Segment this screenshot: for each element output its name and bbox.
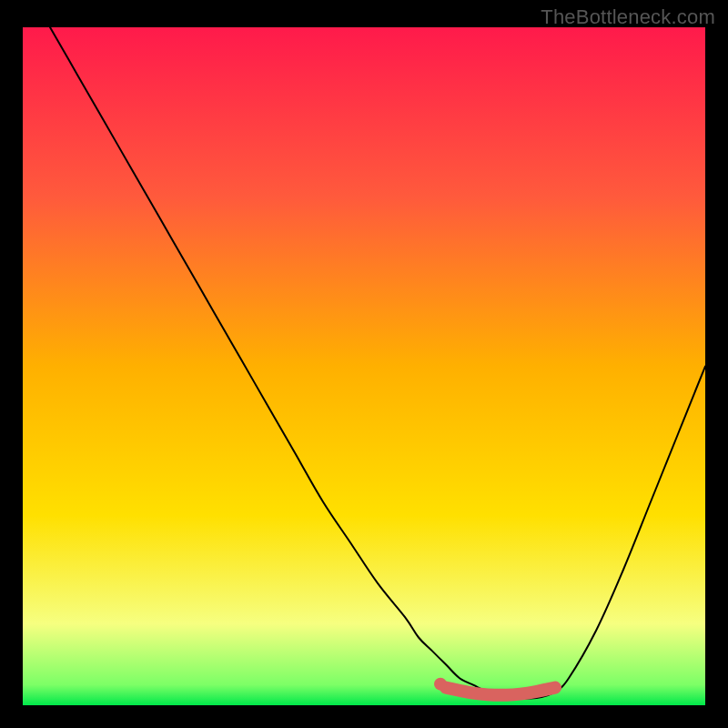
chart-frame: TheBottleneck.com — [0, 0, 728, 728]
gradient-background — [23, 27, 705, 705]
plot-area — [23, 27, 705, 705]
optimal-zone-marker — [446, 688, 555, 695]
watermark-text: TheBottleneck.com — [541, 5, 715, 29]
bottleneck-chart — [23, 27, 705, 705]
optimal-zone-start-dot — [434, 678, 447, 691]
